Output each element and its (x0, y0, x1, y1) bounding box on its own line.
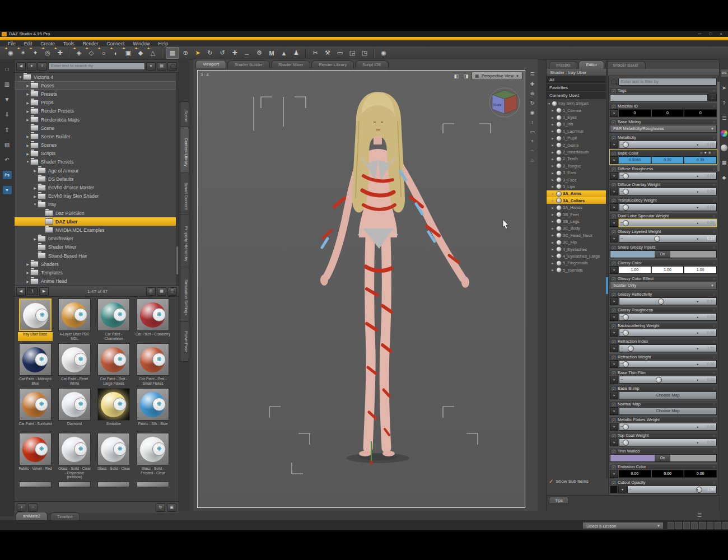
tab-shader-baker[interactable]: Shader Baker (605, 61, 646, 69)
parameter-settings-icon[interactable]: ○ (713, 402, 715, 406)
database-button[interactable]: ▤ (157, 62, 166, 71)
filter-currently-used[interactable]: Currently Used (547, 92, 608, 99)
expand-icon[interactable]: ▶ (552, 192, 555, 195)
expand-icon[interactable]: ▶ (32, 169, 38, 172)
up-level-button[interactable]: ⇧ (38, 62, 47, 71)
measure-metrics-tool-icon[interactable]: M (265, 48, 278, 58)
camera-options-icon[interactable]: ◨ (462, 73, 470, 80)
tree-item-scene[interactable]: Scene (15, 124, 179, 132)
nudge-down-button[interactable]: ▼ (610, 109, 618, 117)
scene-navigator-icon[interactable]: ▦ (166, 47, 179, 59)
tree-item-ecvh0-iray-skin-shader[interactable]: ▶EcVh0 Iray Skin Shader (15, 192, 179, 200)
map-menu-button[interactable]: ▼ (610, 407, 618, 415)
slider-plus[interactable]: ● (697, 486, 698, 493)
dropdown-base-mixing[interactable]: PBR Metallicity/Roughness▼ (610, 125, 717, 133)
slider-plus[interactable]: ● (697, 329, 698, 336)
parameter-settings-icon[interactable]: ○ (713, 277, 715, 281)
parameter-settings-icon[interactable]: ○ (713, 88, 715, 92)
expand-icon[interactable]: ▶ (552, 109, 555, 112)
expand-icon[interactable]: ▶ (552, 164, 555, 167)
tips-tab[interactable]: Tips (549, 497, 569, 504)
tree-item-ds-defaults[interactable]: DS Defaults (15, 175, 179, 183)
slider-track[interactable]: −●0.00 (619, 329, 717, 337)
lesson-control-4[interactable] (699, 522, 706, 529)
choose-map-button[interactable]: Choose Map (619, 407, 717, 415)
tab-render-library[interactable]: Render Library (311, 60, 354, 68)
slider-plus[interactable]: ● (697, 439, 698, 446)
preset-thumb-fabric-velvet-red[interactable]: ❋Fabric - Velvet - Red (18, 433, 53, 479)
surface-item-1_pupil[interactable]: ▶1_Pupil (547, 135, 608, 142)
slider-track[interactable]: −●1.00 (627, 486, 717, 493)
slider-track[interactable]: −●0.00 (619, 219, 717, 227)
new-plane-icon[interactable]: ◆+ (134, 48, 147, 58)
expand-icon[interactable]: ▼ (18, 76, 23, 79)
tree-item-shaders[interactable]: ▶Shaders (15, 260, 179, 268)
expand-icon[interactable]: ▶ (32, 186, 38, 190)
minimize-button[interactable]: ─ (698, 31, 702, 37)
expand-icon[interactable]: ▶ (552, 262, 555, 265)
surface-item-4_eyelashes_large[interactable]: ▶4_Eyelashes_Large (547, 253, 608, 259)
new-view-icon[interactable]: ◈+ (73, 48, 85, 58)
expand-icon[interactable]: ▶ (552, 220, 555, 223)
aux-viewport-icon[interactable]: ◳ (358, 48, 371, 58)
save-icon[interactable]: ▼ (3, 95, 12, 104)
expand-icon[interactable]: ▶ (25, 92, 30, 96)
tree-item-iray[interactable]: ▼Iray (15, 200, 179, 209)
parameter-settings-icon[interactable]: ○ (713, 465, 715, 469)
preset-thumb-diamond[interactable]: ❋Diamond (57, 388, 92, 431)
import-icon[interactable]: ⇩ (3, 110, 12, 119)
parameter-settings-icon[interactable]: ○ (713, 418, 715, 422)
tree-item-props[interactable]: ▶Props (15, 99, 179, 107)
expand-icon[interactable]: ▶ (25, 270, 30, 274)
link-icon[interactable]: ∞ (700, 151, 703, 155)
color-channel-r[interactable]: 0 (619, 109, 651, 117)
new-primitive-icon[interactable]: △+ (147, 48, 159, 58)
render-camera-icon[interactable]: ◉ (377, 48, 390, 58)
expand-icon[interactable]: ▶ (552, 129, 555, 133)
expand-icon[interactable]: ▶ (25, 109, 30, 113)
preset-thumb-iray-uber-base[interactable]: ❋Iray Uber Base (18, 298, 53, 341)
lesson-control-7[interactable] (722, 522, 728, 529)
slider-track[interactable]: −●1.50 (619, 344, 717, 352)
parameter-settings-icon[interactable]: ○ (713, 480, 715, 484)
nudge-down-button[interactable]: ▼ (610, 313, 618, 321)
new-node-icon[interactable]: ◇+ (85, 48, 97, 58)
color-channel-r[interactable]: 1.00 (619, 266, 651, 274)
parameter-settings-icon[interactable]: ○ (713, 198, 715, 202)
surface-item-3c_body[interactable]: ▶3C_Body (547, 225, 608, 232)
tree-item-daz-pbrskin[interactable]: Daz PBRSkin (15, 209, 179, 217)
uv-grid-icon[interactable]: ▦ (721, 159, 728, 166)
dock-tab-simulation-settings[interactable]: Simulation Settings (180, 268, 189, 327)
slider-track[interactable]: −●0.00 (619, 376, 717, 384)
sort-button[interactable]: ⊞ (146, 287, 156, 296)
color-channel-g[interactable]: 0.20 (652, 156, 684, 164)
tree-item-strand-based-hair[interactable]: Strand-Based Hair (15, 251, 179, 260)
preset-thumb-fabric-silk-blue[interactable]: ❋Fabric - Silk - Blue (136, 388, 170, 431)
viewport-nav-icon-1[interactable]: ✚ (530, 81, 535, 87)
nudge-down-button[interactable]: ▼ (610, 470, 618, 478)
preset-thumb-car-paint-midnight-blue[interactable]: ❋Car Paint - Midnight Blue (18, 343, 53, 386)
expand-icon[interactable]: ▶ (552, 241, 555, 244)
remove-category-button[interactable]: − (28, 503, 38, 512)
slider-minus[interactable]: − (620, 345, 623, 352)
new-file-icon[interactable]: □ (3, 65, 12, 73)
surface-root-node[interactable]: ▼ Iray Skin Stripes (547, 100, 608, 107)
nudge-down-button[interactable]: ▼ (610, 156, 618, 164)
expand-icon[interactable]: ▶ (25, 279, 30, 283)
region-editor-tool-icon[interactable]: ▭ (334, 48, 346, 58)
tree-scrollbar[interactable] (176, 73, 179, 286)
slider-thumb[interactable] (654, 236, 660, 242)
parameter-settings-icon[interactable]: ○ (713, 136, 715, 139)
surface-item-3_ears[interactable]: ▶3_Ears (547, 170, 608, 176)
surface-list-scrollbar[interactable] (606, 60, 608, 479)
surface-item-5_fingernails[interactable]: ▶5_Fingernails (547, 260, 608, 267)
slider-plus[interactable]: ● (697, 298, 698, 305)
menu-help[interactable]: Help (158, 41, 168, 46)
nudge-down-button[interactable]: ▼ (610, 203, 618, 211)
tree-item-poses[interactable]: ▶Poses (15, 81, 179, 90)
add-category-button[interactable]: + (17, 503, 26, 512)
slider-thumb[interactable] (623, 424, 629, 430)
menu-create[interactable]: Create (40, 41, 55, 46)
export-icon[interactable]: ⇧ (3, 125, 12, 134)
surface-item-3a_hands[interactable]: ▶3A_Hands (547, 204, 608, 211)
